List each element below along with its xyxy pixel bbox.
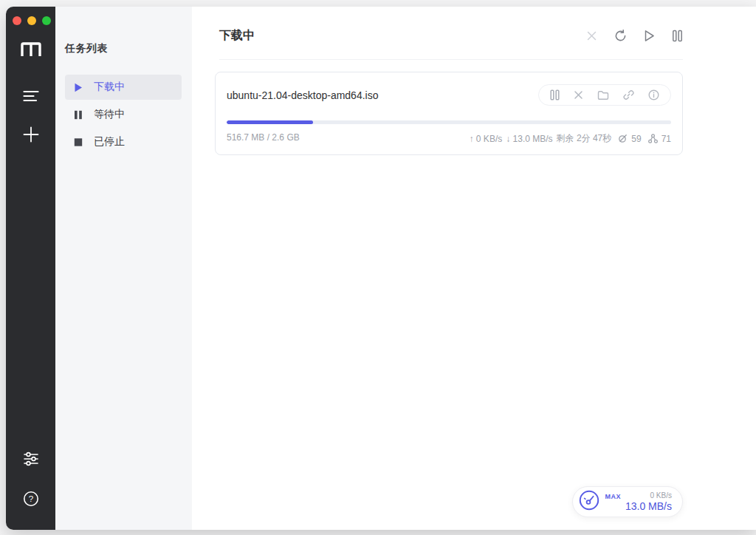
sidebar-item-downloading[interactable]: 下载中 bbox=[65, 75, 182, 100]
sidebar-item-label: 下载中 bbox=[94, 81, 125, 94]
traffic-lights bbox=[6, 7, 51, 25]
app-sidebar: ? bbox=[6, 7, 55, 530]
remaining-time-text: 剩余 2分 47秒 bbox=[557, 132, 612, 145]
minimize-window-button[interactable] bbox=[27, 16, 36, 25]
connections-count: 59 bbox=[631, 134, 641, 144]
resume-all-icon[interactable] bbox=[644, 30, 655, 42]
pause-all-icon[interactable] bbox=[672, 30, 683, 42]
task-filename: ubuntu-21.04-desktop-amd64.iso bbox=[227, 89, 378, 101]
close-window-button[interactable] bbox=[13, 16, 21, 25]
main-header: 下载中 bbox=[219, 7, 683, 60]
progress-fill bbox=[227, 120, 313, 124]
add-task-icon[interactable] bbox=[18, 121, 44, 148]
task-actions bbox=[538, 84, 671, 106]
main-panel: 下载中 bbox=[192, 7, 756, 530]
download-task-card[interactable]: ubuntu-21.04-desktop-amd64.iso bbox=[215, 72, 683, 155]
open-folder-icon[interactable] bbox=[597, 90, 609, 100]
seeders-icon bbox=[648, 134, 658, 143]
task-pause-icon[interactable] bbox=[550, 89, 560, 100]
main-toolbar bbox=[586, 30, 683, 42]
progress-bar bbox=[227, 120, 671, 124]
speed-limit-widget[interactable]: MAX 0 KB/s 13.0 MB/s bbox=[572, 486, 683, 517]
global-download-speed: 13.0 MB/s bbox=[625, 500, 672, 512]
pause-icon bbox=[74, 110, 83, 120]
seeders-count: 71 bbox=[662, 134, 671, 144]
motrix-logo-icon bbox=[20, 41, 42, 59]
page-title: 下载中 bbox=[219, 28, 255, 44]
copy-link-icon[interactable] bbox=[623, 89, 634, 100]
download-speed-text: ↓ 13.0 MB/s bbox=[506, 134, 552, 144]
sidebar-item-stopped[interactable]: 已停止 bbox=[65, 129, 182, 154]
app-window: ? 任务列表 下载中 等待中 已停止 bbox=[6, 7, 756, 530]
help-icon[interactable]: ? bbox=[18, 485, 44, 512]
delete-selected-icon[interactable] bbox=[586, 30, 597, 41]
stop-icon bbox=[74, 137, 83, 147]
task-sidebar-title: 任务列表 bbox=[55, 42, 192, 55]
speedometer-icon bbox=[578, 489, 600, 514]
sidebar-item-label: 等待中 bbox=[94, 108, 125, 121]
global-upload-speed: 0 KB/s bbox=[625, 491, 672, 500]
zoom-window-button[interactable] bbox=[42, 16, 51, 25]
task-size-text: 516.7 MB / 2.6 GB bbox=[227, 132, 300, 145]
max-speed-label: MAX bbox=[605, 493, 621, 500]
task-status-menu: 下载中 等待中 已停止 bbox=[55, 75, 192, 154]
sidebar-item-waiting[interactable]: 等待中 bbox=[65, 102, 182, 127]
svg-text:?: ? bbox=[28, 494, 32, 503]
connections-icon bbox=[618, 134, 628, 143]
task-list-icon[interactable] bbox=[18, 83, 44, 109]
refresh-icon[interactable] bbox=[614, 30, 627, 42]
task-info-icon[interactable] bbox=[648, 89, 659, 100]
task-sidebar: 任务列表 下载中 等待中 已停止 bbox=[55, 7, 192, 530]
task-speed-stats: ↑ 0 KB/s ↓ 13.0 MB/s 剩余 2分 47秒 59 bbox=[470, 132, 671, 145]
play-icon bbox=[74, 83, 83, 92]
preferences-icon[interactable] bbox=[18, 446, 44, 472]
task-delete-icon[interactable] bbox=[574, 90, 583, 100]
upload-speed-text: ↑ 0 KB/s bbox=[470, 134, 503, 144]
sidebar-item-label: 已停止 bbox=[94, 135, 125, 149]
